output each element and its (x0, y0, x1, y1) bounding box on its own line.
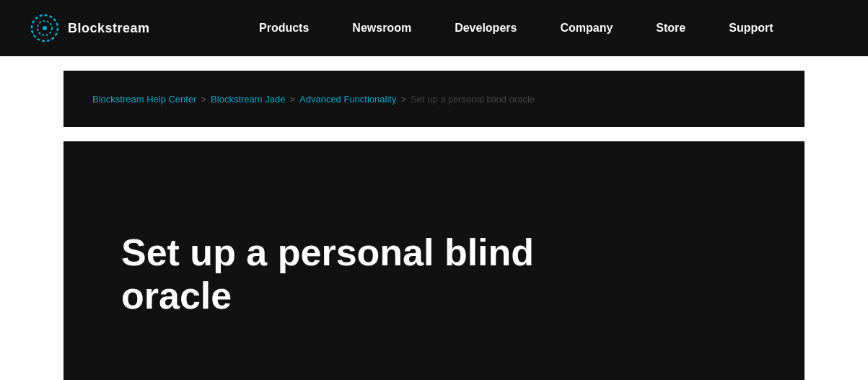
nav-link-company[interactable]: Company (560, 22, 613, 35)
breadcrumb-sep-2: > (289, 94, 295, 105)
breadcrumb-help-center[interactable]: Blockstream Help Center (92, 94, 197, 105)
nav-link-newsroom[interactable]: Newsroom (352, 22, 411, 35)
nav-link-products[interactable]: Products (259, 22, 309, 35)
svg-point-2 (43, 26, 47, 30)
breadcrumb-current-page: Set up a personal blind oracle (411, 94, 535, 105)
logo-text: Blockstream (68, 21, 150, 36)
main-nav: Blockstream Products Newsroom Developers… (0, 0, 868, 56)
nav-link-developers[interactable]: Developers (455, 22, 517, 35)
blockstream-logo-icon (29, 12, 61, 44)
nav-link-store[interactable]: Store (656, 22, 685, 35)
breadcrumb-area: Blockstream Help Center > Blockstream Ja… (0, 56, 868, 141)
breadcrumb-sep-3: > (400, 94, 406, 105)
breadcrumb-advanced-functionality[interactable]: Advanced Functionality (299, 94, 396, 105)
breadcrumb-jade[interactable]: Blockstream Jade (211, 94, 285, 105)
logo-area[interactable]: Blockstream (29, 12, 150, 44)
nav-link-support[interactable]: Support (729, 22, 773, 35)
hero-section: Set up a personal blind oracle (63, 141, 805, 380)
breadcrumb: Blockstream Help Center > Blockstream Ja… (63, 71, 805, 127)
nav-links: Products Newsroom Developers Company Sto… (193, 22, 839, 35)
breadcrumb-sep-1: > (201, 94, 207, 105)
hero-title: Set up a personal blind oracle (121, 231, 626, 318)
